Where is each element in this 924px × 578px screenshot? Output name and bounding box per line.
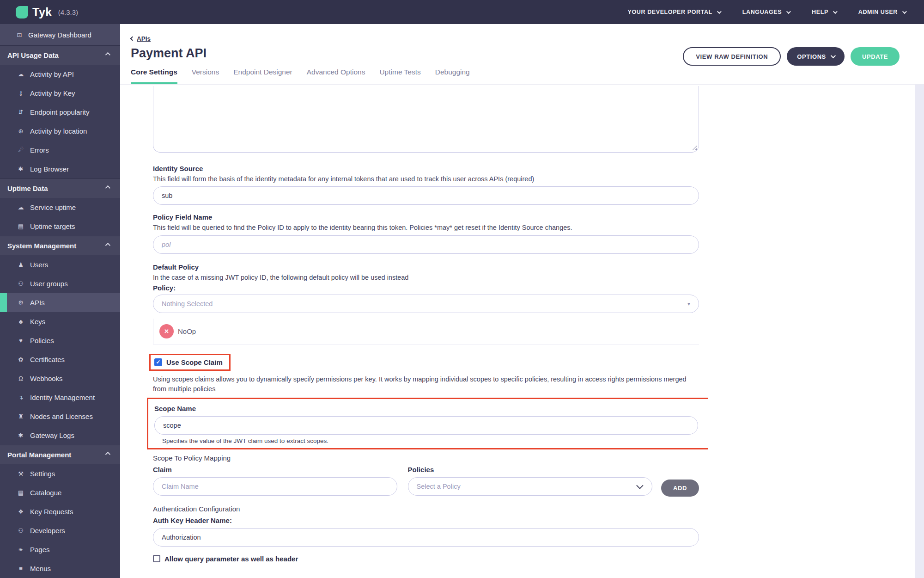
sidebar-item-label: Policies [30,337,54,344]
claim-label: Claim [153,466,397,473]
menu-languages[interactable]: LANGUAGES [742,9,790,15]
identity-source-description: This field will form the basis of the id… [153,174,699,184]
policy-field-name-section: Policy Field Name This field will be que… [153,213,699,253]
bell-icon: Ω [17,375,24,382]
main-area: APIs Payment API VIEW RAW DEFINITION OPT… [120,24,924,578]
chevron-up-icon [105,52,110,57]
tab-core-settings[interactable]: Core Settings [131,68,177,84]
tyk-logo[interactable]: Tyk (4.3.3) [16,6,78,19]
sidebar-section-api-usage-data[interactable]: API Usage Data [0,45,120,65]
tab-advanced-options[interactable]: Advanced Options [307,68,365,84]
sidebar-item-label: Gateway Logs [30,431,74,439]
sidebar-item-settings[interactable]: ⚒ Settings [0,464,120,483]
sidebar-item-activity-by-api[interactable]: ☁ Activity by API [0,65,120,84]
claim-name-input[interactable] [153,477,397,496]
sidebar-item-service-uptime[interactable]: ☁ Service uptime [0,198,120,217]
tab-bar: Core Settings Versions Endpoint Designer… [131,68,470,84]
sidebar-item-label: Identity Management [30,394,95,401]
policy-select[interactable]: Nothing Selected ▾ [153,295,699,313]
sidebar-section-system-management[interactable]: System Management [0,236,120,255]
use-scope-claim-description: Using scopes claims allows you to dynami… [153,375,699,394]
check-icon: ✓ [156,359,160,365]
sidebar-item-apis[interactable]: ⚙ APIs [0,293,120,312]
sidebar-item-users[interactable]: ♟ Users [0,255,120,274]
policy-field-name-description: This field will be queried to find the P… [153,223,699,232]
add-mapping-button[interactable]: ADD [661,480,699,497]
logo-text: Tyk [32,6,52,19]
allow-query-param-label: Allow query parameter as well as header [164,555,298,563]
scrollbar-track[interactable] [915,85,924,578]
sidebar-section-uptime-data[interactable]: Uptime Data [0,178,120,198]
default-policy-description: In the case of a missing JWT policy ID, … [153,273,699,282]
caret-down-icon: ▾ [687,301,690,307]
sidebar-item-webhooks[interactable]: Ω Webhooks [0,369,120,388]
sidebar-item-catalogue[interactable]: ▤ Catalogue [0,483,120,502]
version-label: (4.3.3) [58,8,78,16]
menu-label: HELP [812,9,828,15]
options-button[interactable]: OPTIONS [787,47,845,66]
monitor-icon: ⊡ [16,31,23,38]
sidebar-item-key-requests[interactable]: ❖ Key Requests [0,502,120,521]
tab-versions[interactable]: Versions [192,68,219,84]
update-button[interactable]: UPDATE [851,47,900,66]
sidebar-item-keys[interactable]: ♣ Keys [0,312,120,331]
user-group-icon: ⚇ [17,527,24,534]
sidebar-item-user-groups[interactable]: ⚇ User groups [0,274,120,293]
use-scope-claim-checkbox[interactable]: ✓ [154,358,162,366]
menu-admin-user[interactable]: ADMIN USER [858,9,906,15]
view-raw-definition-button[interactable]: VIEW RAW DEFINITION [683,47,781,66]
auth-key-header-name-input[interactable] [153,528,699,547]
scope-to-policy-mapping-section: Scope To Policy Mapping Claim Policies S… [153,454,699,497]
tab-debugging[interactable]: Debugging [435,68,470,84]
select-a-policy-dropdown[interactable]: Select a Policy [408,477,653,496]
tab-uptime-tests[interactable]: Uptime Tests [379,68,420,84]
chevron-down-icon [833,9,838,14]
policy-field-name-label: Policy Field Name [153,213,699,221]
sidebar-item-log-browser[interactable]: ✱ Log Browser [0,160,120,178]
sidebar-item-label: Settings [30,470,55,478]
sidebar-item-label: Users [30,261,48,269]
sidebar-item-activity-by-location[interactable]: ⊕ Activity by location [0,122,120,141]
sidebar-item-endpoint-popularity[interactable]: ⇵ Endpoint popularity [0,103,120,122]
breadcrumb[interactable]: APIs [131,35,151,42]
sidebar-item-certificates[interactable]: ✿ Certificates [0,350,120,369]
user-group-icon: ⚇ [17,280,24,287]
menu-label: ADMIN USER [858,9,898,15]
remove-policy-button[interactable]: ✕ [159,324,174,338]
page-title: Payment API [131,46,207,61]
identity-source-section: Identity Source This field will form the… [153,165,699,205]
section-label: Uptime Data [7,184,48,192]
tab-endpoint-designer[interactable]: Endpoint Designer [233,68,292,84]
identity-source-input[interactable] [153,186,699,205]
policy-field-name-input[interactable] [153,235,699,254]
section-label: Portal Management [7,451,71,459]
sidebar-item-pages[interactable]: ❧ Pages [0,540,120,559]
api-description-textarea[interactable] [153,86,699,153]
chevron-down-icon [636,482,644,489]
policy-select-value: Nothing Selected [162,300,213,307]
sidebar-item-nodes-and-licenses[interactable]: ♜ Nodes and Licenses [0,407,120,426]
sidebar-item-identity-management[interactable]: ↴ Identity Management [0,388,120,407]
auth-key-header-name-label: Auth Key Header Name: [153,517,699,524]
sidebar-item-label: Uptime targets [30,222,75,230]
sidebar-item-menus[interactable]: ≡ Menus [0,559,120,578]
sidebar-item-errors[interactable]: ☄ Errors [0,141,120,160]
sidebar-item-label: Keys [30,318,45,326]
sidebar-item-label: Webhooks [30,375,63,382]
sidebar-item-gateway-dashboard[interactable]: ⊡ Gateway Dashboard [0,24,120,45]
sidebar-item-gateway-logs[interactable]: ✱ Gateway Logs [0,426,120,445]
sidebar-item-developers[interactable]: ⚇ Developers [0,521,120,540]
scope-name-input[interactable] [154,416,698,435]
sidebar-item-policies[interactable]: ♥ Policies [0,331,120,350]
allow-query-param-checkbox[interactable] [153,555,160,562]
sidebar-item-uptime-targets[interactable]: ▤ Uptime targets [0,217,120,236]
menu-developer-portal[interactable]: YOUR DEVELOPER PORTAL [628,9,720,15]
sidebar-item-activity-by-key[interactable]: ⚷ Activity by Key [0,84,120,103]
sidebar-section-portal-management[interactable]: Portal Management [0,445,120,464]
sidebar-item-label: Pages [30,546,50,553]
scope-name-annotation: Scope Name Specifies the value of the JW… [147,398,708,449]
catalogue-icon: ▤ [17,489,24,496]
section-label: API Usage Data [7,51,59,59]
chevron-down-icon [786,9,791,14]
menu-help[interactable]: HELP [812,9,836,15]
